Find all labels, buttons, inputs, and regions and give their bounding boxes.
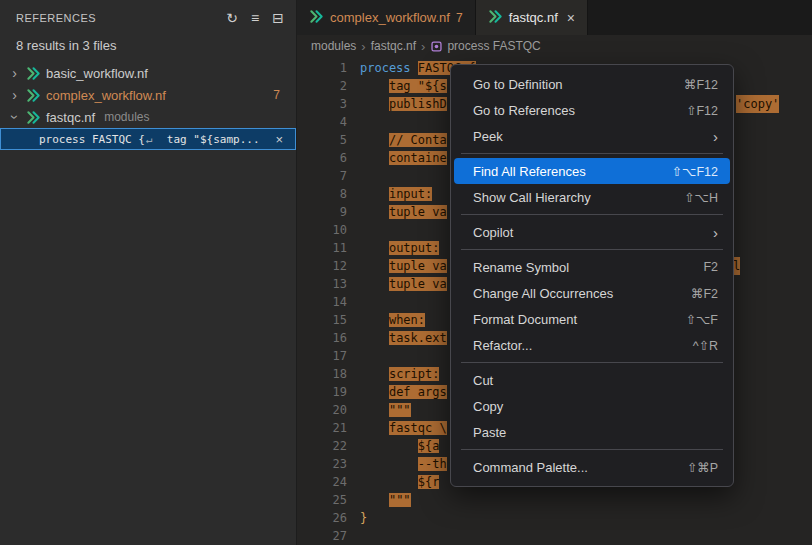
code-text: when: (360, 311, 425, 329)
tab-dirty-badge: 7 (456, 11, 463, 25)
reference-snippet: process FASTQC { (39, 133, 145, 146)
line-number: 12 (297, 257, 347, 275)
menu-item-label: Change All Occurrences (473, 286, 667, 301)
line-number: 6 (297, 149, 347, 167)
code-text: ${r (360, 473, 439, 491)
nextflow-icon (26, 66, 41, 81)
menu-separator (461, 153, 723, 154)
file-badge: 7 (273, 88, 280, 102)
menu-item-format-document[interactable]: Format Document⇧⌥F (454, 306, 730, 332)
menu-item-go-to-definition[interactable]: Go to Definition⌘F12 (454, 71, 730, 97)
menu-item-label: Command Palette... (473, 460, 663, 475)
chevron-down-icon[interactable]: › (8, 111, 22, 124)
menu-item-rename-symbol[interactable]: Rename SymbolF2 (454, 254, 730, 280)
menu-shortcut: ⇧⌘P (687, 460, 718, 475)
tab-complex-workflow-nf[interactable]: complex_workflow.nf7 (297, 0, 476, 35)
breadcrumb-label: modules (311, 39, 356, 53)
menu-shortcut: ⇧⌥F (685, 312, 718, 327)
menu-separator (461, 362, 723, 363)
menu-item-label: Copilot (473, 225, 689, 240)
menu-shortcut: F2 (703, 260, 718, 274)
menu-shortcut: ⇧⌥H (684, 190, 718, 205)
menu-item-label: Format Document (473, 312, 661, 327)
breadcrumb-item-fastqc-nf[interactable]: fastqc.nf (371, 39, 416, 53)
menu-item-copilot[interactable]: Copilot› (454, 219, 730, 245)
references-panel: REFERENCES ↻ ≡ ⊟ 8 results in 3 files ›b… (0, 0, 297, 545)
menu-item-cut[interactable]: Cut (454, 367, 730, 393)
breadcrumb-separator: › (361, 39, 365, 54)
menu-item-label: Cut (473, 373, 718, 388)
nextflow-icon (309, 9, 324, 27)
menu-item-label: Refactor... (473, 338, 669, 353)
menu-shortcut: ⌘F2 (691, 286, 718, 301)
code-text: script: (360, 365, 439, 383)
code-text: ${a (360, 437, 439, 455)
results-summary: 8 results in 3 files (0, 35, 296, 62)
menu-item-label: Copy (473, 399, 718, 414)
breadcrumb: modules›fastqc.nf›process FASTQC (297, 35, 812, 57)
menu-item-peek[interactable]: Peek› (454, 123, 730, 149)
menu-item-find-all-references[interactable]: Find All References⇧⌥F12 (454, 158, 730, 184)
menu-item-refactor[interactable]: Refactor...^⇧R (454, 332, 730, 358)
code-line[interactable]: 27 (297, 527, 812, 545)
line-number: 24 (297, 473, 347, 491)
code-text: tag "${s (360, 77, 447, 95)
line-number: 5 (297, 131, 347, 149)
file-description: modules (104, 110, 149, 124)
line-number: 13 (297, 275, 347, 293)
menu-item-change-all-occurrences[interactable]: Change All Occurrences⌘F2 (454, 280, 730, 306)
line-number: 20 (297, 401, 347, 419)
line-number: 7 (297, 167, 347, 185)
collapse-all-icon[interactable]: ⊟ (272, 11, 284, 25)
line-number: 26 (297, 509, 347, 527)
file-row-fastqc-nf[interactable]: ›fastqc.nfmodules (0, 106, 296, 128)
reference-snippet: tag "${samp... (154, 133, 260, 146)
code-line[interactable]: 26} (297, 509, 812, 527)
code-line[interactable]: 25 """ (297, 491, 812, 509)
line-number: 14 (297, 293, 347, 311)
file-row-basic-workflow-nf[interactable]: ›basic_workflow.nf (0, 62, 296, 84)
menu-item-label: Paste (473, 425, 718, 440)
tab-bar: complex_workflow.nf7fastqc.nf× (297, 0, 812, 35)
reference-result[interactable]: process FASTQC {↵ tag "${samp...× (0, 128, 296, 150)
panel-toolbar: ↻ ≡ ⊟ (226, 11, 284, 25)
tab-close-icon[interactable]: × (567, 10, 575, 26)
line-number: 18 (297, 365, 347, 383)
menu-shortcut: ⌘F12 (684, 77, 718, 92)
submenu-chevron-icon: › (713, 225, 718, 240)
menu-item-paste[interactable]: Paste (454, 419, 730, 445)
line-number: 15 (297, 311, 347, 329)
menu-item-command-palette[interactable]: Command Palette...⇧⌘P (454, 454, 730, 480)
line-number: 9 (297, 203, 347, 221)
breadcrumb-label: fastqc.nf (371, 39, 416, 53)
match-tail: 'copy' (736, 95, 779, 113)
line-number: 2 (297, 77, 347, 95)
menu-separator (461, 249, 723, 250)
refresh-icon[interactable]: ↻ (226, 11, 238, 25)
menu-shortcut: ^⇧R (693, 338, 718, 353)
close-icon[interactable]: × (275, 132, 283, 147)
references-tree: ›basic_workflow.nf›complex_workflow.nf7›… (0, 62, 296, 150)
line-number: 8 (297, 185, 347, 203)
breadcrumb-separator: › (421, 39, 425, 54)
line-number: 16 (297, 329, 347, 347)
menu-separator (461, 449, 723, 450)
code-text: } (360, 509, 367, 527)
chevron-right-icon[interactable]: › (8, 88, 21, 102)
code-text: output: (360, 239, 439, 257)
code-text: fastqc \ (360, 419, 447, 437)
chevron-right-icon[interactable]: › (8, 66, 21, 80)
menu-shortcut: ⇧F12 (686, 103, 718, 118)
code-text: tuple va (360, 275, 447, 293)
breadcrumb-item-modules[interactable]: modules (311, 39, 356, 53)
submenu-chevron-icon: › (713, 129, 718, 144)
file-row-complex-workflow-nf[interactable]: ›complex_workflow.nf7 (0, 84, 296, 106)
tab-fastqc-nf[interactable]: fastqc.nf× (476, 0, 588, 35)
breadcrumb-item-process-fastqc[interactable]: process FASTQC (430, 39, 540, 53)
menu-item-copy[interactable]: Copy (454, 393, 730, 419)
clear-all-icon[interactable]: ≡ (251, 11, 259, 25)
menu-item-go-to-references[interactable]: Go to References⇧F12 (454, 97, 730, 123)
menu-item-label: Go to Definition (473, 77, 660, 92)
menu-item-show-call-hierarchy[interactable]: Show Call Hierarchy⇧⌥H (454, 184, 730, 210)
nextflow-icon (26, 110, 41, 125)
